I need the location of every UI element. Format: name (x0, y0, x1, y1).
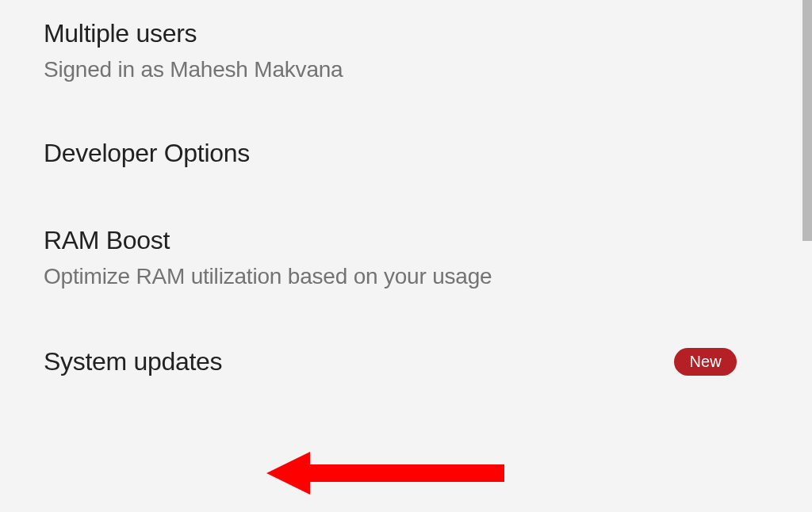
setting-item-ram-boost[interactable]: RAM Boost Optimize RAM utilization based… (44, 224, 768, 289)
setting-item-multiple-users[interactable]: Multiple users Signed in as Mahesh Makva… (44, 17, 768, 82)
settings-list: Multiple users Signed in as Mahesh Makva… (0, 0, 812, 377)
new-badge: New (674, 348, 737, 376)
annotation-arrow-icon (266, 445, 520, 512)
setting-subtitle: Optimize RAM utilization based on your u… (44, 264, 768, 289)
setting-item-system-updates[interactable]: System updates New (44, 346, 768, 377)
setting-title: Multiple users (44, 17, 768, 49)
setting-title: Developer Options (44, 137, 768, 169)
svg-marker-0 (266, 452, 504, 495)
setting-title: System updates (44, 346, 222, 377)
setting-item-developer-options[interactable]: Developer Options (44, 137, 768, 169)
scrollbar[interactable] (802, 0, 812, 241)
setting-subtitle: Signed in as Mahesh Makvana (44, 57, 768, 82)
setting-title: RAM Boost (44, 224, 768, 256)
